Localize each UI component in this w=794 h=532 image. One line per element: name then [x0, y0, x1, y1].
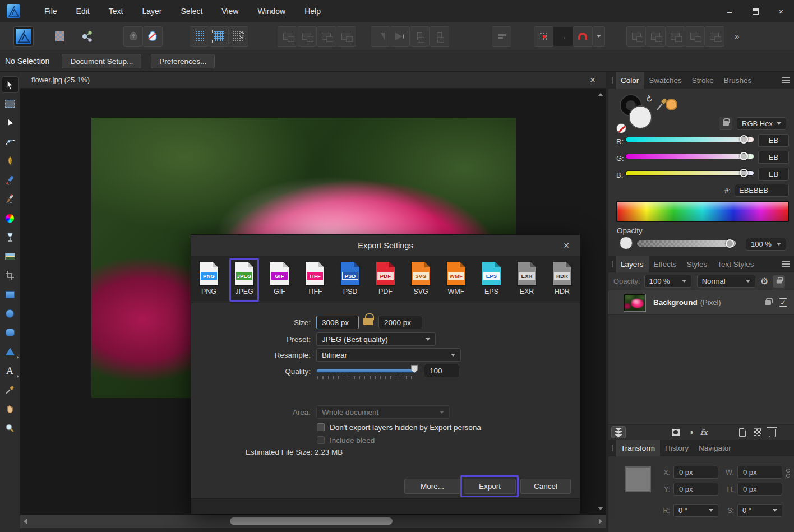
scroll-down-icon[interactable] — [598, 507, 603, 510]
triangle-tool[interactable] — [2, 343, 19, 360]
pixel-persona-button[interactable] — [49, 26, 69, 47]
format-hdr[interactable]: HDR HDR — [544, 256, 580, 303]
dont-export-hidden-checkbox[interactable] — [317, 423, 325, 431]
menu-text[interactable]: Text — [99, 0, 133, 22]
tab-stroke[interactable]: Stroke — [687, 72, 719, 89]
color-lock-button[interactable] — [719, 117, 732, 130]
green-value-field[interactable]: EB — [758, 151, 789, 164]
format-wmf[interactable]: WMF WMF — [438, 256, 474, 303]
green-slider[interactable] — [625, 154, 754, 159]
opacity-slider[interactable] — [636, 240, 736, 247]
format-svg[interactable]: SVG SVG — [403, 256, 438, 303]
rotate-ccw-button[interactable] — [410, 26, 430, 47]
no-color-swatch[interactable] — [616, 123, 626, 133]
tab-transform[interactable]: Transform — [616, 440, 660, 456]
tab-effects[interactable]: Effects — [649, 256, 682, 272]
document-tab[interactable]: flower.jpg (25.1%) — [31, 76, 90, 84]
tab-navigator[interactable]: Navigator — [694, 440, 736, 456]
pen-tool[interactable] — [2, 152, 19, 169]
layer-thumbnail[interactable] — [624, 294, 645, 311]
layer-visibility-checkbox[interactable]: ✓ — [779, 298, 787, 307]
red-value-field[interactable]: EB — [758, 134, 789, 147]
anchor-selector[interactable] — [625, 466, 651, 492]
opacity-swatch[interactable] — [620, 237, 633, 249]
crop-tool[interactable] — [2, 267, 19, 284]
format-psd[interactable]: PSD PSD — [333, 256, 368, 303]
view-tool[interactable] — [2, 400, 19, 417]
artistic-text-tool[interactable]: A — [2, 362, 19, 379]
boolean-add-button[interactable] — [626, 26, 646, 47]
red-slider-handle[interactable] — [740, 135, 748, 144]
hex-field[interactable]: EBEBEB — [735, 184, 789, 197]
swap-colors-icon[interactable]: ↺ — [643, 93, 655, 105]
x-field[interactable]: 0 px — [673, 466, 718, 479]
h-field[interactable]: 0 px — [737, 483, 782, 496]
link-dimensions-icon[interactable] — [786, 469, 790, 478]
size-height-field[interactable]: 2000 px — [378, 316, 422, 329]
blue-value-field[interactable]: EB — [758, 168, 789, 181]
scroll-right-icon[interactable] — [599, 519, 602, 524]
menu-window[interactable]: Window — [248, 0, 295, 22]
resample-dropdown[interactable]: Bilinear — [316, 348, 461, 362]
blue-slider[interactable] — [625, 170, 754, 176]
tab-brushes[interactable]: Brushes — [719, 72, 757, 89]
move-to-front-button[interactable] — [278, 26, 297, 47]
size-width-field[interactable]: 3008 px — [316, 316, 359, 329]
toolbar-overflow-button[interactable]: » — [735, 31, 739, 41]
tab-history[interactable]: History — [660, 440, 694, 456]
blend-mode-dropdown[interactable]: Normal — [697, 275, 755, 288]
point-transform-tool[interactable] — [2, 133, 19, 150]
size-lock-icon[interactable] — [363, 318, 373, 325]
blue-slider-handle[interactable] — [740, 169, 748, 177]
close-button[interactable]: × — [768, 0, 794, 22]
color-spectrum[interactable] — [616, 201, 789, 222]
document-close-icon[interactable]: × — [587, 74, 599, 86]
transform-preview-button[interactable] — [229, 26, 248, 47]
y-field[interactable]: 0 px — [673, 483, 718, 496]
rotate-cw-button[interactable] — [430, 26, 449, 47]
move-tool[interactable] — [2, 76, 19, 93]
panel-menu-icon[interactable] — [782, 263, 790, 265]
move-to-back-button[interactable] — [336, 26, 356, 47]
menu-edit[interactable]: Edit — [67, 0, 99, 22]
layer-locked-icon[interactable] — [765, 300, 771, 305]
alignment-button[interactable] — [492, 26, 511, 47]
format-eps[interactable]: EPS EPS — [474, 256, 509, 303]
rectangle-tool[interactable] — [2, 286, 19, 303]
transparency-tool[interactable] — [2, 229, 19, 246]
tab-color[interactable]: Color — [616, 72, 644, 89]
quality-value-field[interactable]: 100 — [424, 364, 459, 377]
boolean-subtract-button[interactable] — [646, 26, 666, 47]
color-mode-dropdown[interactable]: RGB Hex — [737, 117, 786, 130]
fill-gradient-tool[interactable] — [2, 210, 19, 226]
boolean-combine-button[interactable] — [705, 26, 724, 47]
flip-vertical-button[interactable] — [390, 26, 410, 47]
rounded-rectangle-tool[interactable] — [2, 324, 19, 341]
format-tiff[interactable]: TIFF TIFF — [297, 256, 333, 303]
menu-view[interactable]: View — [212, 0, 248, 22]
node-select-tool[interactable] — [2, 114, 19, 131]
quality-slider[interactable] — [316, 369, 416, 373]
scroll-left-icon[interactable] — [24, 519, 27, 524]
dialog-close-icon[interactable]: × — [560, 239, 573, 252]
fill-color-swatch[interactable] — [629, 105, 652, 129]
adjustment-layer-button[interactable]: ◑ — [688, 427, 694, 437]
cancel-button[interactable]: Cancel — [520, 479, 571, 494]
tab-swatches[interactable]: Swatches — [644, 72, 687, 89]
more-button[interactable]: More... — [404, 479, 460, 494]
shear-dropdown[interactable]: 0 ° — [737, 504, 782, 517]
flip-horizontal-button[interactable] — [371, 26, 390, 47]
vertical-scrollbar[interactable] — [597, 89, 604, 515]
ellipse-tool[interactable] — [2, 305, 19, 322]
menu-select[interactable]: Select — [171, 0, 212, 22]
layer-opacity-dropdown[interactable]: 100 % — [644, 275, 691, 288]
rotation-dropdown[interactable]: 0 ° — [673, 504, 718, 517]
minimize-button[interactable]: – — [717, 0, 742, 22]
format-pdf[interactable]: PDF PDF — [368, 256, 403, 303]
gear-icon[interactable]: ⚙ — [760, 276, 768, 286]
scrollbar-thumb[interactable] — [230, 517, 393, 525]
new-layer-button[interactable] — [739, 428, 746, 437]
opacity-value-dropdown[interactable]: 100 % — [746, 238, 786, 251]
insert-behind-button[interactable] — [143, 26, 163, 47]
tab-layers[interactable]: Layers — [616, 256, 649, 272]
